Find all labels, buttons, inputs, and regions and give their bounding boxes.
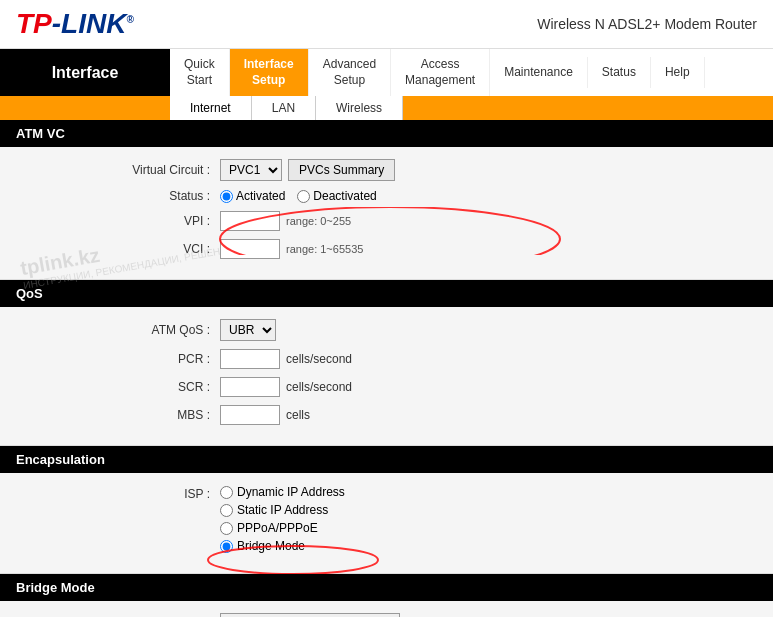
nav-item-access-management[interactable]: Access Management — [391, 49, 490, 96]
status-row: Status : Activated Deactivated — [80, 189, 753, 203]
scr-unit: cells/second — [286, 380, 352, 394]
scr-input[interactable]: 0 — [220, 377, 280, 397]
virtual-circuit-select[interactable]: PVC1 — [220, 159, 282, 181]
isp-static-radio[interactable] — [220, 504, 233, 517]
atm-vc-form: Virtual Circuit : PVC1 PVCs Summary Stat… — [0, 147, 773, 280]
isp-pppoa-radio[interactable] — [220, 522, 233, 535]
bridge-encapsulation-select[interactable]: 1483 Bridged IP LLC 1483 Bridged IP VC-M… — [220, 613, 400, 617]
mbs-unit: cells — [286, 408, 310, 422]
status-deactivated-text: Deactivated — [313, 189, 376, 203]
mbs-input[interactable]: 0 — [220, 405, 280, 425]
tp-link-logo: TP-LINK® — [16, 8, 134, 40]
pvcs-summary-button[interactable]: PVCs Summary — [288, 159, 395, 181]
nav-links: Quick Start Interface Setup Advanced Set… — [170, 49, 773, 96]
vci-row: VCI : 42 range: 1~65535 — [80, 239, 753, 259]
isp-static-ip[interactable]: Static IP Address — [220, 503, 345, 517]
vpi-vci-wrapper: VPI : 0 range: 0~255 VCI : 42 range: 1~6… — [80, 211, 753, 259]
nav-item-maintenance[interactable]: Maintenance — [490, 57, 588, 89]
status-activated-text: Activated — [236, 189, 285, 203]
status-activated-radio[interactable] — [220, 190, 233, 203]
pcr-unit: cells/second — [286, 352, 352, 366]
main-content: tplink.kz ИНСТРУКЦИИ, РЕКОМЕНДАЦИИ, РЕШЕ… — [0, 120, 773, 617]
subnav-internet[interactable]: Internet — [170, 96, 252, 120]
encapsulation-header: Encapsulation — [0, 446, 773, 473]
atm-vc-header: ATM VC — [0, 120, 773, 147]
mbs-control: 0 cells — [220, 405, 310, 425]
sub-nav: Internet LAN Wireless — [0, 96, 773, 120]
qos-section: QoS ATM QoS : UBR CBR VBR PCR : 0 — [0, 280, 773, 446]
nav-item-advanced-setup[interactable]: Advanced Setup — [309, 49, 391, 96]
bridge-mode-section: Bridge Mode Encapsulation : 1483 Bridged… — [0, 574, 773, 617]
scr-control: 0 cells/second — [220, 377, 352, 397]
virtual-circuit-label: Virtual Circuit : — [80, 163, 210, 177]
qos-header: QoS — [0, 280, 773, 307]
status-control: Activated Deactivated — [220, 189, 377, 203]
status-label: Status : — [80, 189, 210, 203]
pcr-input[interactable]: 0 — [220, 349, 280, 369]
isp-options-wrapper: Dynamic IP Address Static IP Address PPP… — [220, 485, 345, 553]
isp-row: ISP : Dynamic IP Address Static IP Addre… — [80, 485, 753, 553]
encapsulation-form: ISP : Dynamic IP Address Static IP Addre… — [0, 473, 773, 574]
bridge-encapsulation-row: Encapsulation : 1483 Bridged IP LLC 1483… — [80, 613, 753, 617]
nav-bar: Interface Quick Start Interface Setup Ad… — [0, 49, 773, 96]
isp-bridge[interactable]: Bridge Mode — [220, 539, 345, 553]
bridge-mode-form: Encapsulation : 1483 Bridged IP LLC 1483… — [0, 601, 773, 617]
atm-qos-label: ATM QoS : — [80, 323, 210, 337]
virtual-circuit-control: PVC1 PVCs Summary — [220, 159, 395, 181]
isp-pppoa-label: PPPoA/PPPoE — [237, 521, 318, 535]
encapsulation-section: Encapsulation ISP : Dynamic IP Address S… — [0, 446, 773, 574]
vci-control: 42 range: 1~65535 — [220, 239, 363, 259]
atm-qos-select[interactable]: UBR CBR VBR — [220, 319, 276, 341]
isp-static-label: Static IP Address — [237, 503, 328, 517]
mbs-label: MBS : — [80, 408, 210, 422]
isp-dynamic-radio[interactable] — [220, 486, 233, 499]
pcr-label: PCR : — [80, 352, 210, 366]
scr-row: SCR : 0 cells/second — [80, 377, 753, 397]
page-header: TP-LINK® Wireless N ADSL2+ Modem Router — [0, 0, 773, 49]
vpi-row: VPI : 0 range: 0~255 — [80, 211, 753, 231]
status-deactivated-label[interactable]: Deactivated — [297, 189, 376, 203]
pcr-control: 0 cells/second — [220, 349, 352, 369]
vci-input[interactable]: 42 — [220, 239, 280, 259]
virtual-circuit-row: Virtual Circuit : PVC1 PVCs Summary — [80, 159, 753, 181]
logo-registered: ® — [126, 14, 133, 25]
vpi-control: 0 range: 0~255 — [220, 211, 351, 231]
nav-interface-label: Interface — [0, 49, 170, 96]
nav-item-interface-setup[interactable]: Interface Setup — [230, 49, 309, 96]
router-title: Wireless N ADSL2+ Modem Router — [537, 16, 757, 32]
bridge-mode-header: Bridge Mode — [0, 574, 773, 601]
atm-qos-control: UBR CBR VBR — [220, 319, 276, 341]
isp-label: ISP : — [80, 485, 210, 501]
subnav-wireless[interactable]: Wireless — [316, 96, 403, 120]
status-activated-label[interactable]: Activated — [220, 189, 285, 203]
isp-dynamic-ip[interactable]: Dynamic IP Address — [220, 485, 345, 499]
vci-range: range: 1~65535 — [286, 243, 363, 255]
nav-item-status[interactable]: Status — [588, 57, 651, 89]
scr-label: SCR : — [80, 380, 210, 394]
status-deactivated-radio[interactable] — [297, 190, 310, 203]
isp-bridge-radio[interactable] — [220, 540, 233, 553]
isp-options: Dynamic IP Address Static IP Address PPP… — [220, 485, 345, 553]
isp-pppoa[interactable]: PPPoA/PPPoE — [220, 521, 345, 535]
vpi-range: range: 0~255 — [286, 215, 351, 227]
pcr-row: PCR : 0 cells/second — [80, 349, 753, 369]
vci-label: VCI : — [80, 242, 210, 256]
atm-qos-row: ATM QoS : UBR CBR VBR — [80, 319, 753, 341]
mbs-row: MBS : 0 cells — [80, 405, 753, 425]
qos-form: ATM QoS : UBR CBR VBR PCR : 0 cells/seco… — [0, 307, 773, 446]
isp-bridge-label: Bridge Mode — [237, 539, 305, 553]
atm-vc-section: ATM VC Virtual Circuit : PVC1 PVCs Summa… — [0, 120, 773, 280]
vpi-input[interactable]: 0 — [220, 211, 280, 231]
vpi-label: VPI : — [80, 214, 210, 228]
isp-dynamic-label: Dynamic IP Address — [237, 485, 345, 499]
nav-item-quick-start[interactable]: Quick Start — [170, 49, 230, 96]
nav-item-help[interactable]: Help — [651, 57, 705, 89]
bridge-encapsulation-control: 1483 Bridged IP LLC 1483 Bridged IP VC-M… — [220, 613, 400, 617]
subnav-lan[interactable]: LAN — [252, 96, 316, 120]
